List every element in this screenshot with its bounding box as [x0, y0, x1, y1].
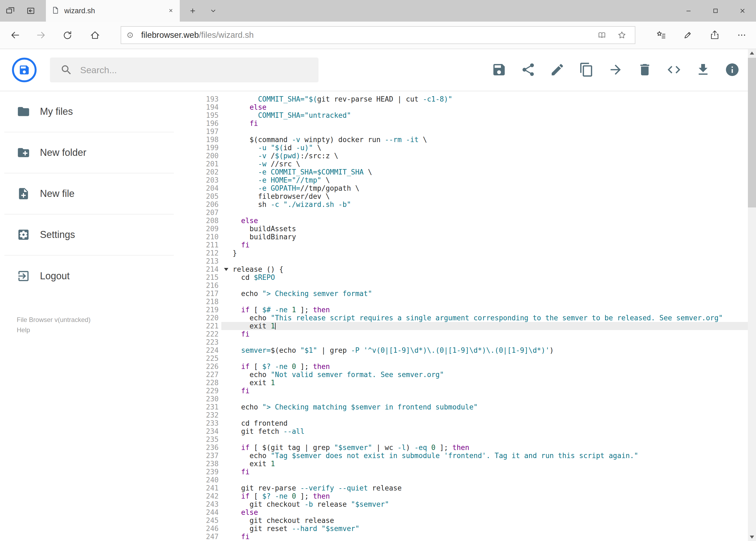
raw-code-button[interactable] — [666, 62, 681, 78]
code-line-221[interactable]: 221 exit 1 — [178, 322, 748, 330]
set-tabs-aside-icon[interactable] — [21, 0, 41, 22]
help-link[interactable]: Help — [17, 325, 91, 335]
url-text[interactable]: filebrowser.web/files/wizard.sh — [141, 30, 254, 40]
code-line-228[interactable]: 228 exit 1 — [178, 379, 748, 387]
code-line-243[interactable]: 243 git checkout -b release "$semver" — [178, 500, 748, 508]
code-line-237[interactable]: 237 echo "Tag $semver does not exist in … — [178, 452, 748, 460]
code-line-234[interactable]: 234 git fetch --all — [178, 427, 748, 435]
code-line-244[interactable]: 244 else — [178, 508, 748, 516]
fold-arrow-icon[interactable] — [224, 268, 228, 271]
search-input[interactable] — [80, 65, 296, 75]
code-line-215[interactable]: 215 cd $REPO — [178, 273, 748, 281]
code-line-227[interactable]: 227 echo "Not valid semver format. See s… — [178, 370, 748, 379]
maximize-button[interactable] — [702, 0, 729, 22]
minimize-button[interactable] — [675, 0, 702, 22]
code-line-199[interactable]: 199 -u "$(id -u)" \ — [178, 144, 748, 152]
home-icon[interactable] — [84, 22, 106, 49]
back-icon[interactable] — [4, 22, 26, 49]
sidebar-item-logout[interactable]: Logout — [4, 256, 174, 296]
forward-icon[interactable] — [30, 22, 52, 49]
copy-button[interactable] — [579, 62, 594, 78]
code-line-229[interactable]: 229 fi — [178, 387, 748, 395]
code-line-240[interactable]: 240 — [178, 476, 748, 484]
scroll-up-icon[interactable] — [750, 52, 754, 55]
code-line-214[interactable]: 214release () { — [178, 265, 748, 273]
new-tab-button[interactable] — [182, 0, 203, 22]
code-line-213[interactable]: 213 — [178, 257, 748, 265]
code-line-235[interactable]: 235 — [178, 435, 748, 443]
code-line-246[interactable]: 246 git reset --hard "$semver" — [178, 525, 748, 533]
code-line-200[interactable]: 200 -v /$(pwd):/src:z \ — [178, 152, 748, 160]
code-line-194[interactable]: 194 else — [178, 103, 748, 111]
site-info-icon[interactable] — [125, 30, 135, 40]
share-button[interactable] — [521, 62, 536, 78]
code-line-224[interactable]: 224 semver=$(echo "$1" | grep -P '^v(0|[… — [178, 346, 748, 354]
code-line-196[interactable]: 196 fi — [178, 119, 748, 128]
code-line-211[interactable]: 211 fi — [178, 241, 748, 249]
search-box[interactable] — [50, 58, 319, 82]
refresh-icon[interactable] — [56, 22, 79, 49]
code-line-236[interactable]: 236 if [ $(git tag | grep "$semver" | wc… — [178, 443, 748, 452]
tab-wizard-sh[interactable]: wizard.sh — [46, 0, 180, 22]
code-line-238[interactable]: 238 exit 1 — [178, 460, 748, 468]
code-line-216[interactable]: 216 — [178, 281, 748, 289]
code-line-233[interactable]: 233 cd frontend — [178, 419, 748, 427]
code-line-223[interactable]: 223 — [178, 338, 748, 346]
code-line-218[interactable]: 218 — [178, 297, 748, 306]
reading-view-icon[interactable] — [594, 27, 610, 44]
scrollbar-thumb[interactable] — [748, 58, 756, 208]
vertical-scrollbar[interactable] — [748, 49, 756, 541]
tab-close-icon[interactable] — [167, 6, 175, 15]
info-button[interactable] — [725, 62, 740, 78]
code-line-193[interactable]: 193 COMMIT_SHA="$(git rev-parse HEAD | c… — [178, 95, 748, 103]
code-line-212[interactable]: 212} — [178, 249, 748, 257]
delete-button[interactable] — [637, 62, 652, 78]
sidebar-item-new-file[interactable]: New file — [4, 174, 174, 215]
code-line-217[interactable]: 217 echo "> Checking semver format" — [178, 289, 748, 297]
code-line-208[interactable]: 208 else — [178, 217, 748, 225]
code-line-198[interactable]: 198 $(command -v winpty) docker run --rm… — [178, 136, 748, 144]
sidebar-item-settings[interactable]: Settings — [4, 215, 174, 256]
code-line-241[interactable]: 241 git rev-parse --verify --quiet relea… — [178, 484, 748, 492]
code-line-226[interactable]: 226 if [ $? -ne 0 ]; then — [178, 362, 748, 370]
code-line-206[interactable]: 206 sh -c "./wizard.sh -b" — [178, 201, 748, 209]
more-options-icon[interactable] — [730, 22, 753, 49]
favorite-star-icon[interactable] — [614, 27, 630, 44]
code-line-231[interactable]: 231 echo "> Checking matching $semver in… — [178, 403, 748, 411]
share-icon[interactable] — [703, 22, 726, 49]
tab-list-chevron-icon[interactable] — [203, 0, 223, 22]
code-editor[interactable]: 193 COMMIT_SHA="$(git rev-parse HEAD | c… — [178, 91, 748, 541]
rename-button[interactable] — [550, 62, 565, 78]
sidebar-item-new-folder[interactable]: New folder — [4, 132, 174, 174]
web-note-pen-icon[interactable] — [676, 22, 699, 49]
move-button[interactable] — [608, 62, 623, 78]
code-line-203[interactable]: 203 -e HOME="//tmp" \ — [178, 176, 748, 184]
tab-preview-icon[interactable] — [0, 0, 21, 22]
code-line-247[interactable]: 247 fi — [178, 533, 748, 541]
code-line-230[interactable]: 230 — [178, 395, 748, 403]
close-button[interactable] — [729, 0, 756, 22]
code-line-222[interactable]: 222 fi — [178, 330, 748, 338]
code-line-210[interactable]: 210 buildBinary — [178, 233, 748, 241]
code-line-205[interactable]: 205 filebrowser/dev \ — [178, 192, 748, 201]
code-line-204[interactable]: 204 -e GOPATH=//tmp/gopath \ — [178, 184, 748, 192]
code-line-220[interactable]: 220 echo "This release script requires a… — [178, 314, 748, 322]
download-button[interactable] — [695, 62, 711, 78]
code-line-201[interactable]: 201 -w //src \ — [178, 160, 748, 168]
code-line-202[interactable]: 202 -e COMMIT_SHA=$COMMIT_SHA \ — [178, 168, 748, 176]
code-line-242[interactable]: 242 if [ $? -ne 0 ]; then — [178, 492, 748, 500]
code-line-207[interactable]: 207 — [178, 209, 748, 217]
code-line-232[interactable]: 232 — [178, 411, 748, 419]
hub-icon[interactable] — [650, 22, 672, 49]
code-line-195[interactable]: 195 COMMIT_SHA="untracked" — [178, 111, 748, 119]
sidebar-item-my-files[interactable]: My files — [4, 91, 174, 132]
code-line-225[interactable]: 225 — [178, 354, 748, 362]
address-bar[interactable]: filebrowser.web/files/wizard.sh — [121, 26, 635, 44]
scroll-down-icon[interactable] — [750, 536, 754, 539]
code-line-209[interactable]: 209 buildAssets — [178, 225, 748, 233]
code-line-239[interactable]: 239 fi — [178, 468, 748, 476]
code-line-197[interactable]: 197 — [178, 128, 748, 136]
save-button[interactable] — [491, 62, 507, 78]
code-line-219[interactable]: 219 if [ $# -ne 1 ]; then — [178, 306, 748, 314]
code-line-245[interactable]: 245 git checkout release — [178, 516, 748, 525]
